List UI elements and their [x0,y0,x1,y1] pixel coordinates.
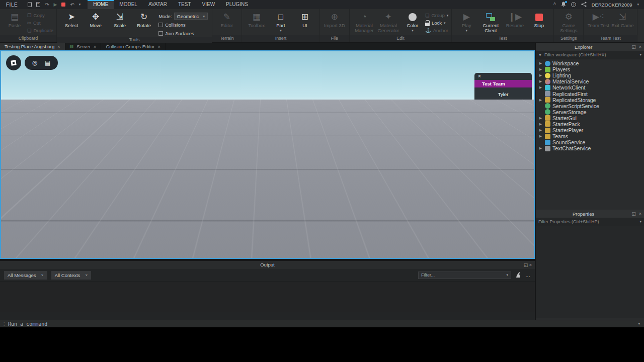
tab-home[interactable]: HOME [88,0,114,9]
color-button[interactable]: Color▾ [401,11,424,33]
rotate-tool-button[interactable]: ↻Rotate [132,11,155,28]
current-client-button[interactable]: Current Client [479,11,502,34]
tree-item-serverstorage[interactable]: ServerStorage [536,109,644,115]
game-viewport[interactable]: ◎ ▤ × Test Team Tyler 1Citation 2Grenade… [0,50,535,259]
expand-arrow-icon[interactable]: ▶ [538,128,543,132]
doc-tab-place[interactable]: Testing Place Augsburg× [0,43,65,50]
expand-arrow-icon[interactable]: ▶ [538,134,543,138]
filter-caret-icon[interactable]: ▾ [639,220,641,224]
tree-item-textchatservice[interactable]: ▶TextChatService [536,145,644,151]
stop-button[interactable]: Stop [527,11,550,28]
new-file-icon[interactable] [28,2,32,7]
username[interactable]: DERZOCKER2009 [592,2,632,8]
properties-filter-input[interactable]: Filter Properties (Ctrl+Shift+P) ▾ [536,218,644,226]
expand-arrow-icon[interactable]: ▶ [538,85,543,89]
command-caret-icon[interactable]: ▾ [638,322,644,326]
close-tab-icon[interactable]: × [158,44,160,49]
chat-icon[interactable]: ▤ [45,59,50,66]
import-3d-button[interactable]: ⊕Import 3D [323,11,346,28]
tree-item-players[interactable]: ▶Players [536,66,644,72]
expand-arrow-icon[interactable]: ▶ [538,116,543,120]
help-icon[interactable]: ? [571,2,576,7]
mode-dropdown[interactable]: Geometric▾ [174,13,208,20]
group-button[interactable]: ❏Group▾ [425,12,448,19]
tree-item-replicatedstorage[interactable]: ▶ReplicatedStorage [536,97,644,103]
redo-icon[interactable]: ↷ [45,2,49,8]
lock-button[interactable]: Lock▾ [425,20,448,26]
all-messages-dropdown[interactable]: All Messages∨ [4,271,47,280]
paste-button[interactable]: ▤Paste [3,11,26,28]
tree-item-networkclient[interactable]: ▶NetworkClient [536,84,644,90]
tree-item-soundservice[interactable]: SoundService [536,139,644,145]
roblox-menu-button[interactable] [6,55,21,70]
join-surfaces-checkbox[interactable]: Join Surfaces [158,30,208,37]
user-caret-icon[interactable]: ▾ [637,3,639,7]
toolbox-button[interactable]: ▦Toolbox [245,11,268,28]
expand-arrow-icon[interactable]: ▶ [538,146,543,150]
material-manager-button[interactable]: ◔Material Manager [353,11,376,34]
doc-tab-server[interactable]: ▤Server× [65,43,102,50]
share-icon[interactable] [581,2,587,8]
emotes-icon[interactable]: ◎ [32,59,37,66]
close-icon[interactable]: × [529,262,532,267]
collapse-ribbon-icon[interactable]: ^ [553,2,556,8]
drag-grip-icon[interactable]: ⋮ [0,322,8,326]
expand-arrow-icon[interactable]: ▶ [538,61,543,65]
qat-caret-icon[interactable]: ▾ [79,3,81,7]
command-bar[interactable]: ⋮ Run a command ▾ [0,320,644,327]
copy-button[interactable]: ❐Copy [27,12,53,19]
ui-button[interactable]: ⊞UI [293,11,316,28]
output-log-area[interactable] [0,281,535,312]
tab-model[interactable]: MODEL [114,0,143,9]
close-icon[interactable]: × [639,44,641,49]
tree-item-teams[interactable]: ▶Teams [536,133,644,139]
tree-item-replicatedfirst[interactable]: ReplicatedFirst [536,90,644,97]
tree-item-startergui[interactable]: ▶StarterGui [536,115,644,121]
explorer-filter-input[interactable]: ▼ Filter workspace (Ctrl+Shift+X) ▾ [536,51,644,59]
expand-arrow-icon[interactable]: ▶ [538,67,543,71]
open-file-icon[interactable] [36,2,40,7]
tree-item-serverscriptservice[interactable]: ServerScriptService [536,103,644,109]
stop-icon[interactable] [61,3,65,7]
close-tab-icon[interactable]: × [94,44,96,49]
select-tool-button[interactable]: ➤Select [60,11,83,28]
game-settings-button[interactable]: ⚙Game Settings [557,11,580,34]
material-generator-button[interactable]: ✦Material Generator [377,11,400,34]
notifications-bell-icon[interactable] [561,2,566,8]
expand-arrow-icon[interactable]: ▶ [538,79,543,83]
tree-item-lighting[interactable]: ▶Lighting [536,72,644,78]
tree-item-materialservice[interactable]: ▶MaterialService [536,78,644,84]
hotbar-slot-2[interactable]: 2Grenade [247,235,267,256]
move-tool-button[interactable]: ✥Move [84,11,107,28]
doc-tab-collision-groups[interactable]: Collision Groups Editor× [101,43,165,50]
hotbar-slot-1[interactable]: 1Citation [225,235,245,256]
dock-icon[interactable]: ◱ [631,211,636,216]
dock-icon[interactable]: ◱ [524,262,528,267]
expand-arrow-icon[interactable]: ▶ [538,73,543,77]
close-tab-icon[interactable]: × [57,44,60,49]
anchor-button[interactable]: ⚓Anchor [425,27,448,34]
duplicate-button[interactable]: ❏Duplicate [27,27,53,34]
output-filter-input[interactable]: Filter...▾ [418,272,511,279]
all-contexts-dropdown[interactable]: All Contexts∨ [51,271,92,280]
undo-icon[interactable]: ↶ [70,2,74,8]
tab-test[interactable]: TEST [173,0,197,9]
team-test-button[interactable]: ▶⁖Team Test [587,11,610,28]
tab-avatar[interactable]: AVATAR [143,0,173,9]
play-button[interactable]: ▶Play▾ [455,11,478,33]
part-button[interactable]: □Part▾ [269,11,292,33]
scale-tool-button[interactable]: ⇲Scale [108,11,131,28]
clear-output-icon[interactable] [515,272,521,278]
filter-caret-icon[interactable]: ▾ [639,53,641,57]
file-menu[interactable]: FILE [0,2,24,8]
collisions-checkbox[interactable]: Collisions [158,22,208,28]
dock-icon[interactable]: ◱ [631,44,636,49]
terrain-editor-button[interactable]: ✎Editor [215,11,238,28]
tree-item-starterplayer[interactable]: ▶StarterPlayer [536,127,644,133]
tree-item-workspace[interactable]: ▶Workspace [536,60,644,66]
tab-plugins[interactable]: PLUGINS [220,0,254,9]
play-icon[interactable]: ▶ [54,2,57,7]
expand-arrow-icon[interactable]: ▶ [538,98,543,102]
hotbar-slot-3-selected[interactable]: 3Flashbang [268,235,288,256]
close-icon[interactable]: × [639,211,641,216]
